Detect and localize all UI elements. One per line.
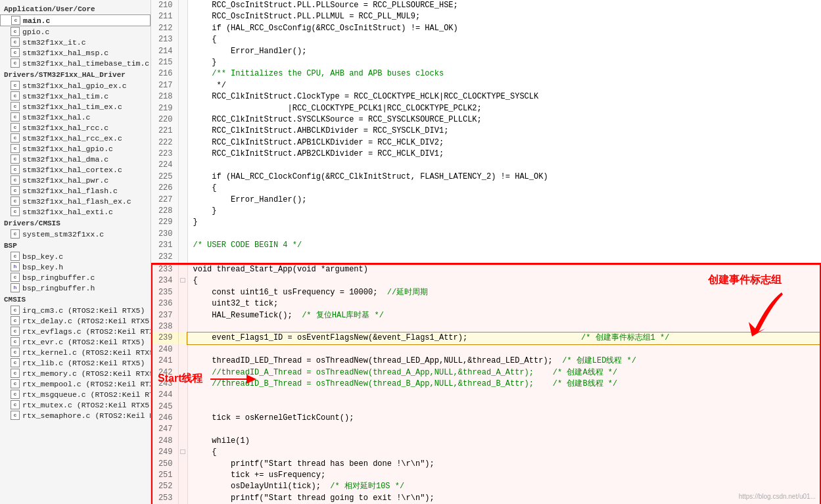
sidebar-item[interactable]: cstm32f1xx_hal_msp.c bbox=[0, 47, 151, 58]
line-code: RCC_ClkInitStruct.APB2CLKDivider = RCC_H… bbox=[187, 149, 821, 160]
line-number: 221 bbox=[152, 126, 178, 137]
sidebar-item-label: irq_cm3.c (RTOS2:Keil RTX5) bbox=[22, 306, 145, 315]
sidebar-section-header: CMSIS bbox=[0, 293, 151, 305]
line-indicator bbox=[178, 195, 187, 206]
file-explorer: Application/User/Corecmain.ccgpio.ccstm3… bbox=[0, 0, 151, 504]
sidebar-item[interactable]: cmain.c bbox=[0, 14, 151, 26]
line-code bbox=[187, 344, 821, 355]
line-code: if (HAL_RCC_OscConfig(&RCC_OscInitStruct… bbox=[187, 23, 821, 34]
sidebar-item[interactable]: cstm32f1xx_hal.c bbox=[0, 112, 151, 122]
sidebar-item[interactable]: cstm32f1xx_hal_rcc_ex.c bbox=[0, 133, 151, 143]
line-number: 243 bbox=[152, 378, 178, 390]
watermark: https://blog.csdn.net/u01... bbox=[739, 493, 816, 500]
code-line: 227 Error_Handler(); bbox=[152, 195, 821, 206]
sidebar-item-label: stm32f1xx_hal_gpio.c bbox=[22, 145, 113, 153]
line-code: printf("Start thread has been done !\r\n… bbox=[187, 459, 821, 470]
sidebar-item[interactable]: cstm32f1xx_hal_dma.c bbox=[0, 154, 151, 164]
sidebar-item[interactable]: crtx_memory.c (RTOS2:Keil RTX5) bbox=[0, 368, 151, 378]
sidebar-item[interactable]: cstm32f1xx_hal_exti.c bbox=[0, 206, 151, 217]
line-indicator bbox=[178, 481, 187, 492]
sidebar-item[interactable]: cstm32f1xx_hal_tim_ex.c bbox=[0, 101, 151, 112]
code-line: 236 uint32_t tick; bbox=[152, 298, 821, 309]
sidebar-item[interactable]: crtx_evr.c (RTOS2:Keil RTX5) bbox=[0, 336, 151, 347]
line-indicator bbox=[178, 206, 187, 217]
code-line: 235 const uint16_t usFrequency = 10000; … bbox=[152, 287, 821, 298]
sidebar-item[interactable]: crtx_mempool.c (RTOS2:Keil RTX5) bbox=[0, 378, 151, 389]
sidebar-item[interactable]: cstm32f1xx_hal_tim.c bbox=[0, 91, 151, 101]
sidebar-item[interactable]: cstm32f1xx_hal_cortex.c bbox=[0, 164, 151, 175]
line-indicator bbox=[178, 46, 187, 57]
sidebar-item[interactable]: hbsp_ringbuffer.h bbox=[0, 283, 151, 293]
line-code: { bbox=[187, 275, 821, 286]
line-indicator bbox=[178, 34, 187, 45]
line-number: 245 bbox=[152, 401, 178, 413]
line-indicator bbox=[178, 217, 187, 228]
sidebar-item[interactable]: cstm32f1xx_hal_pwr.c bbox=[0, 175, 151, 185]
sidebar-item[interactable]: cstm32f1xx_hal_flash_ex.c bbox=[0, 196, 151, 206]
code-editor[interactable]: 210 RCC_OscInitStruct.PLL.PLLSource = RC… bbox=[151, 0, 821, 504]
sidebar-item[interactable]: cirq_cm3.c (RTOS2:Keil RTX5) bbox=[0, 305, 151, 315]
line-indicator bbox=[178, 493, 187, 504]
line-indicator bbox=[178, 252, 187, 263]
code-line: 232 bbox=[152, 252, 821, 263]
file-icon-c: c bbox=[11, 379, 20, 388]
line-code: /* USER CODE BEGIN 4 */ bbox=[187, 240, 821, 251]
line-code: uint32_t tick; bbox=[187, 298, 821, 309]
line-code: RCC_OscInitStruct.PLL.PLLMUL = RCC_PLL_M… bbox=[187, 11, 821, 22]
code-content: 210 RCC_OscInitStruct.PLL.PLLSource = RC… bbox=[151, 0, 821, 504]
sidebar-item-label: stm32f1xx_hal_tim.c bbox=[22, 92, 108, 101]
line-number: 220 bbox=[152, 114, 178, 126]
code-line: 213 { bbox=[152, 34, 821, 45]
line-indicator bbox=[178, 355, 187, 367]
line-code: { bbox=[187, 447, 821, 458]
file-icon-c: c bbox=[11, 186, 20, 195]
sidebar-section-header: BSP bbox=[0, 239, 151, 251]
file-icon-c: c bbox=[11, 369, 20, 378]
sidebar-item[interactable]: cgpio.c bbox=[0, 26, 151, 37]
sidebar-item[interactable]: cstm32f1xx_hal_gpio.c bbox=[0, 143, 151, 154]
sidebar-item[interactable]: cstm32f1xx_hal_flash.c bbox=[0, 185, 151, 196]
line-number: 234 bbox=[152, 275, 178, 286]
sidebar-item[interactable]: cstm32f1xx_hal_gpio_ex.c bbox=[0, 80, 151, 91]
line-number: 211 bbox=[152, 11, 178, 22]
sidebar-item[interactable]: cstm32f1xx_hal_timebase_tim.c bbox=[0, 58, 151, 68]
sidebar-section-header: Drivers/CMSIS bbox=[0, 217, 151, 229]
sidebar-item[interactable]: cbsp_ringbuffer.c bbox=[0, 272, 151, 283]
line-indicator bbox=[178, 287, 187, 298]
line-code: event_Flags1_ID = osEventFlagsNew(&event… bbox=[187, 332, 821, 344]
code-line: 217 */ bbox=[152, 80, 821, 91]
sidebar-item-label: rtx_semaphore.c (RTOS2:Keil RTX5) bbox=[22, 411, 151, 420]
sidebar-item-label: stm32f1xx_hal_rcc.c bbox=[22, 124, 108, 132]
line-code: //threadID_B_Thread = osThreadNew(thread… bbox=[187, 378, 821, 390]
sidebar-section-header: Application/User/Core bbox=[0, 3, 151, 14]
file-icon-h: h bbox=[11, 262, 20, 271]
sidebar-item[interactable]: hbsp_key.h bbox=[0, 262, 151, 272]
line-indicator bbox=[178, 470, 187, 481]
line-code: RCC_ClkInitStruct.ClockType = RCC_CLOCKT… bbox=[187, 91, 821, 103]
sidebar-item[interactable]: crtx_kernel.c (RTOS2:Keil RTX5) bbox=[0, 347, 151, 357]
sidebar-item[interactable]: crtx_lib.c (RTOS2:Keil RTX5) bbox=[0, 357, 151, 368]
line-number: 242 bbox=[152, 367, 178, 378]
file-icon-c: c bbox=[11, 133, 20, 143]
sidebar-item[interactable]: crtx_delay.c (RTOS2:Keil RTX5) bbox=[0, 315, 151, 326]
sidebar-item-label: stm32f1xx_hal_flash.c bbox=[22, 187, 118, 195]
sidebar-item[interactable]: crtx_evflags.c (RTOS2:Keil RTX5) bbox=[0, 326, 151, 336]
sidebar-item-label: bsp_key.h bbox=[22, 263, 63, 271]
code-line: 214 Error_Handler(); bbox=[152, 46, 821, 57]
sidebar-item[interactable]: crtx_msgqueue.c (RTOS2:Keil RTX5) bbox=[0, 389, 151, 400]
line-indicator bbox=[178, 91, 187, 103]
code-line: 224 bbox=[152, 160, 821, 171]
line-code: Error_Handler(); bbox=[187, 195, 821, 206]
line-number: 251 bbox=[152, 470, 178, 481]
line-number: 247 bbox=[152, 424, 178, 435]
line-code: RCC_ClkInitStruct.AHBCLKDivider = RCC_SY… bbox=[187, 126, 821, 137]
line-code: RCC_ClkInitStruct.SYSCLKSource = RCC_SYS… bbox=[187, 114, 821, 126]
sidebar-item[interactable]: crtx_semaphore.c (RTOS2:Keil RTX5) bbox=[0, 410, 151, 421]
sidebar-item[interactable]: cstm32f1xx_it.c bbox=[0, 37, 151, 47]
sidebar-item[interactable]: csystem_stm32f1xx.c bbox=[0, 229, 151, 239]
file-icon-c: c bbox=[11, 358, 20, 367]
code-line: 244 bbox=[152, 390, 821, 401]
sidebar-item[interactable]: cbsp_key.c bbox=[0, 251, 151, 262]
sidebar-item[interactable]: cstm32f1xx_hal_rcc.c bbox=[0, 122, 151, 133]
sidebar-item[interactable]: crtx_mutex.c (RTOS2:Keil RTX5) bbox=[0, 400, 151, 410]
